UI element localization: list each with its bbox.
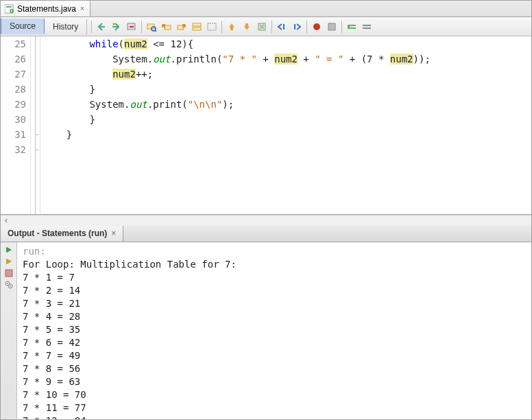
close-icon[interactable]: × xyxy=(111,229,116,238)
comment-icon[interactable] xyxy=(345,20,359,34)
next-bookmark-icon[interactable] xyxy=(240,20,254,34)
svg-point-19 xyxy=(313,23,320,30)
toolbar-icons xyxy=(87,20,531,34)
close-icon[interactable]: × xyxy=(79,5,86,12)
svg-rect-23 xyxy=(348,25,350,29)
editor-toolbar: Source History xyxy=(1,17,531,36)
code-editor[interactable]: 2526272829303132 while(num2 <= 12){ Syst… xyxy=(1,36,531,215)
svg-rect-26 xyxy=(5,270,12,277)
svg-rect-11 xyxy=(193,23,201,26)
svg-point-30 xyxy=(10,285,11,287)
svg-rect-9 xyxy=(165,25,171,30)
toggle-rect-icon[interactable] xyxy=(205,20,219,34)
line-gutter: 2526272829303132 xyxy=(1,36,31,214)
svg-rect-20 xyxy=(328,23,335,30)
find-prev-icon[interactable] xyxy=(160,20,173,34)
svg-point-3 xyxy=(113,23,115,25)
fold-gutter xyxy=(31,36,40,214)
output-panel: run:For Loop: Multiplication Table for 7… xyxy=(1,242,531,420)
svg-rect-1 xyxy=(6,6,12,8)
svg-rect-13 xyxy=(208,23,216,30)
svg-rect-24 xyxy=(363,25,371,26)
macro-record-icon[interactable] xyxy=(310,20,324,34)
uncomment-icon[interactable] xyxy=(360,20,374,34)
svg-rect-5 xyxy=(130,26,134,27)
svg-rect-12 xyxy=(193,27,201,30)
find-selection-icon[interactable] xyxy=(145,20,158,34)
svg-point-29 xyxy=(7,283,8,284)
rerun-icon[interactable] xyxy=(4,245,14,255)
svg-rect-25 xyxy=(363,27,371,29)
output-tab-label: Output - Statements (run) xyxy=(8,229,107,238)
shift-right-icon[interactable] xyxy=(290,20,304,34)
output-tab[interactable]: Output - Statements (run) × xyxy=(1,226,123,242)
tab-source[interactable]: Source xyxy=(1,19,45,34)
file-tab-bar: Statements.java × xyxy=(1,1,531,17)
java-file-icon xyxy=(5,4,14,14)
code-text[interactable]: while(num2 <= 12){ System.out.println("7… xyxy=(40,36,531,214)
svg-rect-14 xyxy=(230,27,233,30)
editor-hscroll[interactable]: ‹ xyxy=(1,215,531,226)
forward-icon[interactable] xyxy=(110,20,123,34)
svg-rect-15 xyxy=(245,23,248,26)
file-tab-statements[interactable]: Statements.java × xyxy=(1,1,90,16)
minus-icon[interactable] xyxy=(125,20,138,34)
rerun-alt-icon[interactable] xyxy=(4,257,14,266)
back-icon[interactable] xyxy=(95,20,108,34)
tab-history[interactable]: History xyxy=(45,19,87,34)
output-text[interactable]: run:For Loop: Multiplication Table for 7… xyxy=(17,242,531,420)
settings-icon[interactable] xyxy=(4,280,14,290)
prev-bookmark-icon[interactable] xyxy=(225,20,239,34)
shift-left-icon[interactable] xyxy=(275,20,289,34)
stop-icon[interactable] xyxy=(4,268,14,278)
toggle-highlight-icon[interactable] xyxy=(190,20,204,34)
svg-line-8 xyxy=(155,30,156,32)
file-tab-label: Statements.java xyxy=(17,4,76,14)
toggle-bookmark-icon[interactable] xyxy=(255,20,269,34)
output-tab-bar: Output - Statements (run) × xyxy=(1,226,531,242)
macro-stop-icon[interactable] xyxy=(325,20,339,34)
find-next-icon[interactable] xyxy=(175,20,189,34)
output-gutter xyxy=(1,242,17,420)
